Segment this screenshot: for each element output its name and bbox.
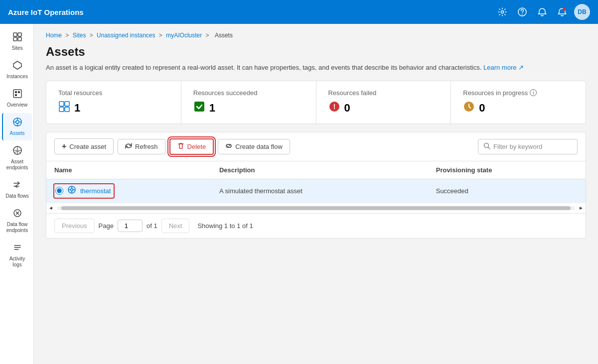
main-content: Home > Sites > Unassigned instances > my… (34, 24, 598, 364)
svg-line-37 (488, 147, 490, 149)
stat-label-in-progress: Resources in progress i (463, 89, 574, 97)
sidebar-item-sites[interactable]: Sites (2, 28, 32, 55)
svg-rect-30 (59, 107, 64, 112)
stat-value-in-progress: 0 (463, 101, 574, 116)
stat-value-succeeded: 1 (193, 101, 304, 116)
sidebar-item-dataflow-endpoints[interactable]: Data flow endpoints (2, 204, 32, 238)
delete-btn-wrapper: Delete (169, 138, 214, 155)
svg-rect-4 (13, 33, 17, 36)
stat-value-total: 1 (58, 101, 169, 116)
svg-rect-7 (18, 37, 21, 41)
dataflow-endpoints-icon (12, 208, 22, 220)
svg-rect-28 (59, 102, 64, 106)
svg-rect-32 (194, 102, 204, 112)
sidebar-item-overview[interactable]: Overview (2, 85, 32, 112)
app-title: Azure IoT Operations (8, 8, 494, 16)
showing-info: Showing 1 to 1 of 1 (197, 222, 253, 230)
row-select-radio[interactable] (55, 187, 63, 195)
horizontal-scrollbar-row: ◄ ► (46, 203, 586, 214)
learn-more-link[interactable]: Learn more ↗ (483, 64, 524, 71)
breadcrumb-current: Assets (215, 32, 233, 39)
toolbar: + Create asset Refresh Delete (46, 132, 586, 161)
stat-resources-failed: Resources failed ! 0 (316, 81, 451, 123)
table-cell-description: A simulated thermostat asset (211, 179, 428, 203)
sidebar-label-instances: Instances (6, 74, 28, 80)
sidebar-label-assets: Assets (9, 130, 24, 136)
main-layout: Sites Instances Overview Assets Asset en… (0, 24, 598, 364)
filter-placeholder: Filter by keyword (493, 143, 542, 150)
svg-marker-8 (13, 61, 21, 69)
sidebar: Sites Instances Overview Assets Asset en… (0, 24, 34, 364)
svg-rect-10 (15, 91, 17, 93)
scrollbar-thumb (61, 206, 571, 210)
stat-label-succeeded: Resources succeeded (193, 89, 304, 97)
page-title: Assets (46, 45, 586, 59)
sidebar-label-sites: Sites (11, 45, 22, 51)
breadcrumb-sites[interactable]: Sites (73, 32, 86, 39)
previous-button[interactable]: Previous (54, 219, 95, 233)
asset-name-link[interactable]: thermostat (80, 187, 111, 195)
svg-rect-31 (65, 107, 69, 112)
next-button[interactable]: Next (161, 219, 190, 233)
alert-button[interactable] (554, 4, 570, 20)
breadcrumb: Home > Sites > Unassigned instances > my… (46, 32, 586, 39)
settings-button[interactable] (494, 4, 510, 20)
instances-icon (12, 60, 22, 72)
stat-resources-succeeded: Resources succeeded 1 (181, 81, 316, 123)
sites-icon (12, 32, 22, 43)
sidebar-label-asset-endpoints: Asset endpoints (5, 159, 30, 171)
stat-icon-in-progress (463, 101, 475, 116)
create-asset-button[interactable]: + Create asset (54, 138, 114, 154)
help-button[interactable] (514, 4, 530, 20)
svg-rect-5 (18, 33, 21, 36)
horizontal-scrollbar[interactable] (57, 206, 575, 210)
activity-logs-icon (12, 243, 22, 254)
table-cell-provisioning-state: Succeeded (428, 179, 586, 203)
sidebar-label-dataflow-endpoints: Data flow endpoints (5, 222, 30, 234)
svg-rect-6 (13, 37, 17, 41)
sidebar-label-data-flows: Data flows (5, 193, 29, 199)
pagination: Previous Page of 1 Next Showing 1 to 1 o… (46, 214, 586, 238)
page-number-input[interactable] (118, 220, 143, 232)
svg-text:!: ! (333, 103, 335, 111)
sidebar-item-instances[interactable]: Instances (2, 56, 32, 84)
svg-point-39 (71, 188, 73, 191)
topnav-icons: DB (494, 4, 590, 20)
breadcrumb-cluster[interactable]: myAIOcluster (166, 32, 202, 39)
table-row: thermostat A simulated thermostat asset … (46, 179, 586, 203)
of-label: of 1 (147, 222, 157, 230)
sidebar-item-assets[interactable]: Assets (2, 113, 32, 140)
stat-resources-in-progress: Resources in progress i 0 (451, 81, 586, 123)
filter-search-box[interactable]: Filter by keyword (478, 139, 578, 154)
svg-point-3 (563, 8, 566, 11)
notification-button[interactable] (534, 4, 550, 20)
plus-icon: + (62, 142, 66, 151)
sidebar-item-asset-endpoints[interactable]: Asset endpoints (2, 141, 32, 175)
create-data-flow-button[interactable]: Create data flow (218, 139, 290, 154)
sidebar-item-data-flows[interactable]: Data flows (2, 176, 32, 203)
refresh-button[interactable]: Refresh (118, 139, 165, 154)
sidebar-label-overview: Overview (7, 102, 28, 108)
info-icon[interactable]: i (530, 89, 537, 96)
assets-icon (12, 117, 22, 128)
overview-icon (12, 89, 22, 100)
svg-rect-9 (13, 90, 21, 98)
scroll-left-arrow[interactable]: ◄ (46, 205, 55, 211)
page-label: Page (99, 222, 114, 230)
refresh-icon (125, 142, 132, 151)
search-icon (483, 142, 490, 151)
sidebar-item-activity-logs[interactable]: Activity logs (2, 239, 32, 272)
svg-rect-11 (18, 91, 20, 93)
avatar[interactable]: DB (574, 4, 590, 20)
scroll-right-arrow[interactable]: ► (577, 205, 586, 211)
stats-card: Total resources 1 Resources succeeded 1 (46, 81, 586, 124)
top-navigation: Azure IoT Operations (0, 0, 598, 24)
breadcrumb-unassigned-instances[interactable]: Unassigned instances (97, 32, 155, 39)
svg-point-14 (16, 121, 19, 123)
asset-icon (67, 185, 76, 197)
stat-label-failed: Resources failed (328, 89, 439, 97)
svg-rect-12 (15, 94, 17, 96)
col-description: Description (211, 161, 428, 179)
breadcrumb-home[interactable]: Home (46, 32, 62, 39)
delete-button[interactable]: Delete (169, 138, 214, 155)
